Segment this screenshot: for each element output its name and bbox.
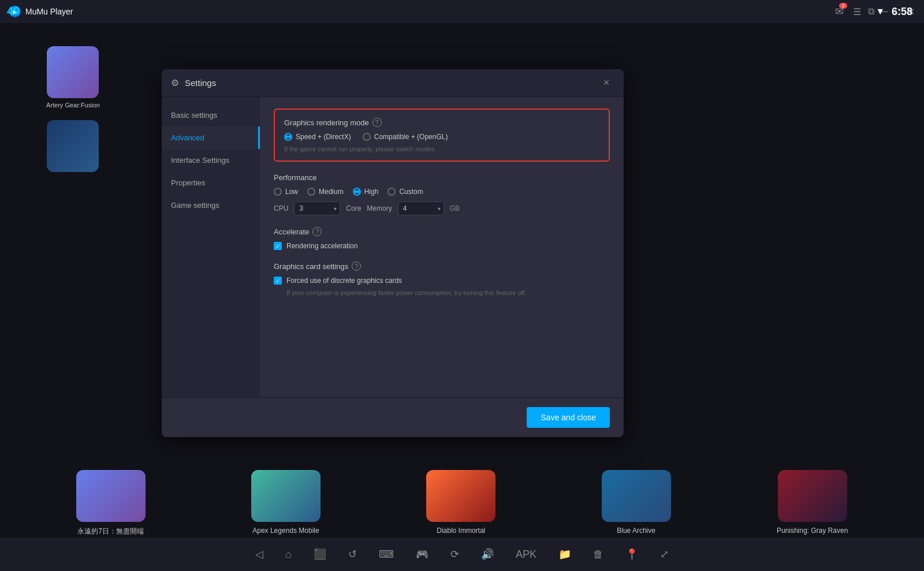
cpu-memory-row: CPU 3 4 6 8 Core Memory bbox=[274, 201, 610, 215]
settings-icon: ⚙ bbox=[171, 77, 179, 88]
memory-select[interactable]: 4 2 6 8 bbox=[398, 201, 444, 215]
graphics-card-hint: If your computer is experiencing faster … bbox=[286, 289, 610, 296]
accelerate-title: Accelerate ? bbox=[274, 227, 610, 236]
discrete-gpu-row: ✓ Forced use of discrete graphics cards bbox=[274, 277, 610, 285]
graphics-card-help-icon[interactable]: ? bbox=[352, 262, 361, 271]
rendering-accel-row: ✓ Rendering acceleration bbox=[274, 242, 610, 250]
performance-options: Low Medium High Custom bbox=[274, 188, 610, 196]
accelerate-help-icon[interactable]: ? bbox=[312, 227, 322, 236]
radio-custom[interactable]: Custom bbox=[388, 188, 423, 196]
dialog-header: ⚙ Settings × bbox=[162, 69, 624, 97]
radio-opengl-circle bbox=[363, 133, 371, 141]
rendering-help-icon[interactable]: ? bbox=[372, 118, 382, 127]
discrete-gpu-label: Forced use of discrete graphics cards bbox=[286, 277, 402, 285]
cpu-select-wrapper: 3 4 6 8 bbox=[294, 201, 340, 215]
rendering-radio-group: Speed + (DirectX) Compatible + (OpenGL) bbox=[284, 133, 599, 141]
radio-high-label: High bbox=[364, 188, 379, 196]
rendering-mode-title: Graphics rendering mode ? bbox=[284, 118, 599, 127]
radio-low-label: Low bbox=[285, 188, 298, 196]
discrete-gpu-checkbox[interactable]: ✓ bbox=[274, 277, 282, 285]
rendering-accel-checkbox[interactable]: ✓ bbox=[274, 242, 282, 250]
save-close-button[interactable]: Save and close bbox=[527, 407, 610, 428]
radio-high-circle bbox=[353, 188, 361, 196]
radio-medium[interactable]: Medium bbox=[307, 188, 344, 196]
sidebar-item-properties[interactable]: Properties bbox=[162, 171, 260, 194]
radio-high[interactable]: High bbox=[353, 188, 379, 196]
cpu-select[interactable]: 3 4 6 8 bbox=[294, 201, 340, 215]
dialog-close-button[interactable]: × bbox=[598, 75, 614, 91]
memory-select-wrapper: 4 2 6 8 bbox=[398, 201, 444, 215]
radio-opengl[interactable]: Compatible + (OpenGL) bbox=[363, 133, 448, 141]
radio-medium-label: Medium bbox=[319, 188, 344, 196]
rendering-hint: If the game cannot run properly, please … bbox=[284, 145, 599, 152]
rendering-accel-check: ✓ bbox=[275, 243, 280, 249]
radio-low[interactable]: Low bbox=[274, 188, 298, 196]
discrete-gpu-check: ✓ bbox=[275, 278, 280, 284]
radio-directx[interactable]: Speed + (DirectX) bbox=[284, 133, 351, 141]
radio-custom-label: Custom bbox=[399, 188, 423, 196]
sidebar-item-interface[interactable]: Interface Settings bbox=[162, 149, 260, 171]
dialog-overlay: ⚙ Settings × Basic settings Advanced Int… bbox=[0, 0, 924, 571]
sidebar-item-basic[interactable]: Basic settings bbox=[162, 104, 260, 126]
radio-custom-circle bbox=[388, 188, 396, 196]
accelerate-section: Accelerate ? ✓ Rendering acceleration bbox=[274, 227, 610, 250]
rendering-accel-label: Rendering acceleration bbox=[286, 242, 357, 250]
dialog-body: Basic settings Advanced Interface Settin… bbox=[162, 97, 624, 397]
dialog-title: Settings bbox=[185, 78, 216, 88]
memory-label: Memory bbox=[367, 204, 392, 212]
dialog-content: Graphics rendering mode ? Speed + (Direc… bbox=[260, 97, 624, 397]
radio-directx-circle bbox=[284, 133, 292, 141]
radio-directx-label: Speed + (DirectX) bbox=[296, 133, 351, 141]
radio-opengl-label: Compatible + (OpenGL) bbox=[374, 133, 448, 141]
dialog-footer: Save and close bbox=[162, 397, 624, 437]
performance-section: Performance Low Medium Hig bbox=[274, 173, 610, 215]
sidebar-item-advanced[interactable]: Advanced bbox=[162, 126, 260, 149]
dialog-sidebar: Basic settings Advanced Interface Settin… bbox=[162, 97, 260, 397]
graphics-card-section: Graphics card settings ? ✓ Forced use of… bbox=[274, 262, 610, 296]
graphics-card-title: Graphics card settings ? bbox=[274, 262, 610, 271]
sidebar-item-game[interactable]: Game settings bbox=[162, 194, 260, 217]
rendering-mode-box: Graphics rendering mode ? Speed + (Direc… bbox=[274, 109, 610, 162]
radio-low-circle bbox=[274, 188, 282, 196]
settings-dialog: ⚙ Settings × Basic settings Advanced Int… bbox=[162, 69, 624, 437]
gb-label: GB bbox=[450, 204, 460, 212]
core-label: Core bbox=[346, 204, 361, 212]
radio-medium-circle bbox=[307, 188, 315, 196]
cpu-label: CPU bbox=[274, 204, 288, 212]
performance-title: Performance bbox=[274, 173, 610, 182]
